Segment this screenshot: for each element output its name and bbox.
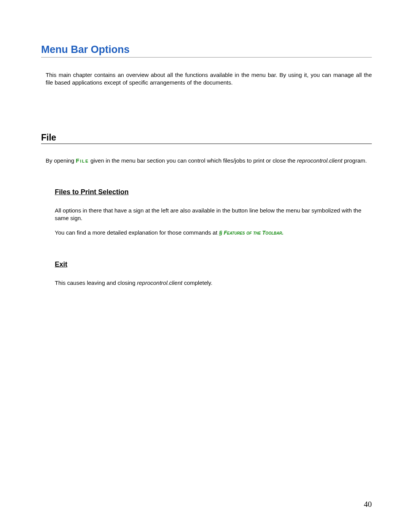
section-heading-file: File xyxy=(41,133,372,144)
cross-ref-terminator: . xyxy=(282,229,284,236)
subsection-heading-exit: Exit xyxy=(55,260,372,268)
exit-paragraph: This causes leaving and closing reprocon… xyxy=(55,279,372,287)
text-run: program. xyxy=(344,157,367,164)
section-heading-file-text: File xyxy=(41,133,56,143)
program-name: reprocontrol.client xyxy=(297,157,342,164)
chapter-title: Menu Bar Options xyxy=(41,44,372,58)
menu-command-file: File xyxy=(76,157,89,164)
cross-ref-toolbar-features[interactable]: Features of the Toolbar xyxy=(224,230,282,236)
text-run: This causes leaving and closing xyxy=(55,280,137,286)
text-run: completely. xyxy=(184,280,212,286)
cross-ref-symbol: § xyxy=(219,229,224,236)
files-to-print-paragraph-1: All options in there that have a sign at… xyxy=(55,207,372,222)
section-file-paragraph: By opening File given in the menu bar se… xyxy=(41,157,372,165)
subsection-heading-files-to-print: Files to Print Selection xyxy=(55,188,372,196)
text-run: By opening xyxy=(46,157,76,164)
text-run: You can find a more detailed explanation… xyxy=(55,229,219,236)
document-page: Menu Bar Options This main chapter conta… xyxy=(0,0,411,532)
files-to-print-paragraph-2: You can find a more detailed explanation… xyxy=(55,229,372,236)
program-name: reprocontrol.client xyxy=(137,280,182,286)
chapter-intro: This main chapter contains an overview a… xyxy=(41,71,372,87)
text-run: given in the menu bar section you can co… xyxy=(91,157,297,164)
page-number: 40 xyxy=(364,500,372,509)
